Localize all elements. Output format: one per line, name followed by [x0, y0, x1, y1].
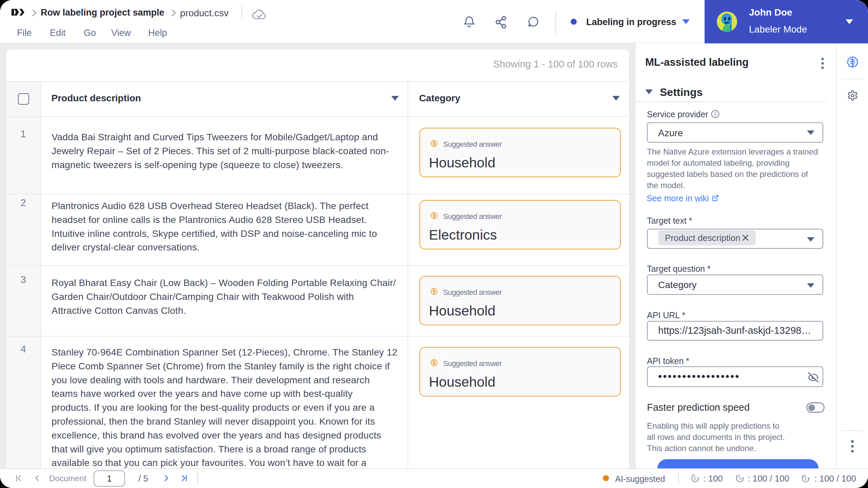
svg-text:Σ: Σ — [693, 475, 696, 481]
svg-text:Σ: Σ — [804, 475, 807, 481]
